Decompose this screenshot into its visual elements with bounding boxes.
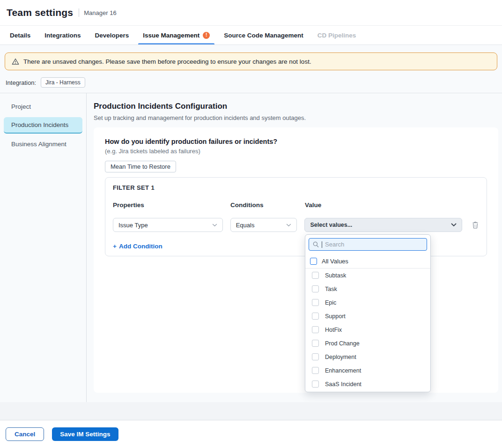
- option-saas-incident[interactable]: SaaS Incident: [305, 377, 430, 391]
- checkbox[interactable]: [312, 313, 319, 320]
- filter-set-title: FILTER SET 1: [113, 184, 479, 191]
- checkbox[interactable]: [312, 285, 319, 292]
- option-task[interactable]: Task: [305, 282, 430, 296]
- question-heading: How do you identify production failures …: [105, 138, 487, 145]
- tab-source-code-management[interactable]: Source Code Management: [219, 26, 308, 45]
- footer-spacer: [0, 402, 502, 420]
- delete-filter-button[interactable]: [472, 221, 479, 229]
- main-panel: Production Incidents Configuration Set u…: [87, 93, 502, 402]
- unsaved-alert-badge: !: [203, 32, 210, 39]
- option-subtask[interactable]: Subtask: [305, 269, 430, 282]
- unsaved-changes-banner: There are unsaved changes. Please save t…: [5, 52, 497, 70]
- column-header-value: Value: [305, 202, 463, 209]
- tab-issue-management[interactable]: Issue Management !: [138, 26, 214, 45]
- search-placeholder: Search: [325, 241, 344, 248]
- property-select-value: Issue Type: [118, 222, 148, 229]
- option-all-values[interactable]: All Values: [305, 254, 430, 269]
- settings-sidebar: Project Production Incidents Business Al…: [0, 93, 87, 402]
- column-header-properties: Properties: [113, 202, 223, 209]
- save-im-settings-button[interactable]: Save IM Settings: [52, 427, 118, 441]
- tab-bar: Details Integrations Developers Issue Ma…: [0, 26, 502, 45]
- checkbox[interactable]: [312, 367, 319, 374]
- option-epic[interactable]: Epic: [305, 296, 430, 309]
- cancel-button[interactable]: Cancel: [6, 427, 44, 441]
- tab-integrations[interactable]: Integrations: [40, 26, 85, 45]
- question-hint: (e.g. Jira tickets labeled as failures): [105, 148, 487, 155]
- filter-column-headers: Properties Conditions Value: [113, 202, 479, 209]
- chevron-down-icon: [212, 224, 217, 227]
- property-select[interactable]: Issue Type: [113, 218, 223, 232]
- integration-chip[interactable]: Jira - Harness: [41, 77, 85, 88]
- filter-set-1: FILTER SET 1 Properties Conditions Value…: [105, 177, 487, 256]
- banner-message: There are unsaved changes. Please save t…: [23, 58, 311, 65]
- option-support[interactable]: Support: [305, 309, 430, 323]
- add-condition-label: Add Condition: [119, 243, 162, 250]
- tab-cd-pipelines: CD Pipelines: [313, 26, 361, 45]
- column-header-conditions: Conditions: [230, 202, 297, 209]
- sidebar-item-project[interactable]: Project: [0, 97, 86, 116]
- option-hotfix[interactable]: HotFix: [305, 323, 430, 336]
- condition-select[interactable]: Equals: [230, 218, 297, 232]
- text-caret: [322, 241, 322, 248]
- checkbox[interactable]: [312, 340, 319, 347]
- checkbox[interactable]: [312, 299, 319, 306]
- add-condition-button[interactable]: + Add Condition: [113, 243, 162, 250]
- option-deployment[interactable]: Deployment: [305, 350, 430, 364]
- checkbox[interactable]: [312, 353, 319, 360]
- checkbox-all-values[interactable]: [310, 258, 317, 265]
- settings-body: Project Production Incidents Business Al…: [0, 93, 502, 402]
- chevron-down-icon: [451, 223, 457, 227]
- integration-row: Integration: Jira - Harness: [0, 70, 502, 93]
- integration-label: Integration:: [6, 79, 36, 86]
- option-enhancement[interactable]: Enhancement: [305, 364, 430, 377]
- section-subtitle: Set up tracking and management for produ…: [94, 114, 498, 121]
- chevron-down-icon: [286, 224, 291, 227]
- warning-triangle-icon: [12, 58, 19, 65]
- footer-actions: Cancel Save IM Settings: [0, 420, 502, 448]
- option-prod-change[interactable]: Prod Change: [305, 336, 430, 350]
- condition-select-value: Equals: [236, 222, 255, 229]
- section-title: Production Incidents Configuration: [94, 102, 498, 111]
- filter-row: Issue Type Equals Select values...: [113, 218, 479, 232]
- tab-details[interactable]: Details: [5, 26, 35, 45]
- trash-icon: [472, 221, 479, 229]
- page-header: Team settings Manager 16: [0, 0, 502, 26]
- sidebar-item-production-incidents[interactable]: Production Incidents: [4, 117, 82, 134]
- value-select-placeholder: Select values...: [310, 222, 352, 228]
- option-customer-notification[interactable]: Customer Notification: [305, 391, 430, 392]
- team-name-label: Manager 16: [84, 9, 116, 16]
- tab-developers[interactable]: Developers: [90, 26, 134, 45]
- plus-icon: +: [113, 243, 117, 250]
- page-title: Team settings: [7, 7, 73, 18]
- dropdown-search-input[interactable]: Search: [309, 238, 427, 251]
- sidebar-item-business-alignment[interactable]: Business Alignment: [0, 134, 86, 154]
- team-settings-page: Team settings Manager 16 Details Integra…: [0, 0, 502, 448]
- title-divider: [79, 8, 79, 17]
- metric-chip-mean-time-to-restore[interactable]: Mean Time to Restore: [105, 161, 176, 172]
- value-multiselect[interactable]: Select values...: [304, 218, 462, 232]
- search-icon: [313, 241, 319, 247]
- checkbox[interactable]: [312, 381, 319, 388]
- content-area: There are unsaved changes. Please save t…: [0, 45, 502, 402]
- config-card: How do you identify production failures …: [94, 127, 498, 393]
- value-dropdown-panel: Search All Values Subtask Task Epic Supp…: [305, 234, 431, 392]
- checkbox[interactable]: [312, 326, 319, 333]
- checkbox[interactable]: [312, 272, 319, 279]
